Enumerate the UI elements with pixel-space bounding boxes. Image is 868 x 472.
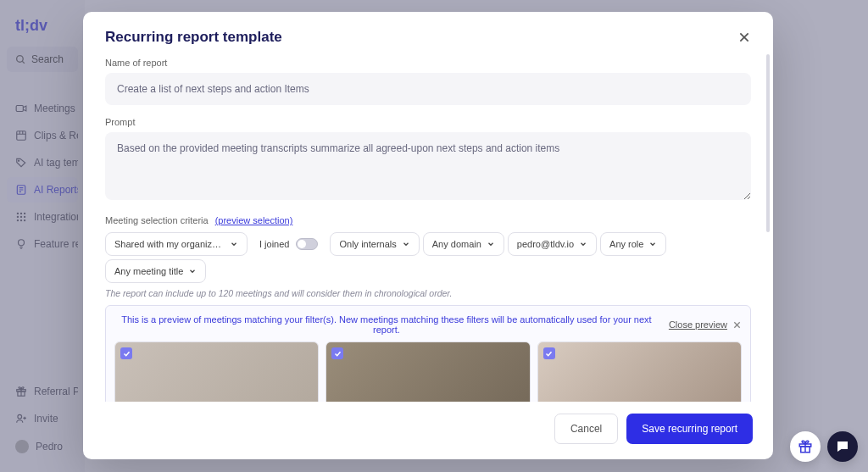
filter-any-role[interactable]: Any role (600, 232, 666, 256)
criteria-label: Meeting selection criteria (105, 215, 209, 225)
chevron-down-icon (487, 240, 495, 248)
chat-icon (835, 439, 850, 454)
chevron-down-icon (188, 267, 197, 275)
preview-banner-text: This is a preview of meetings matching y… (114, 314, 659, 335)
meeting-thumbnail (326, 342, 529, 402)
gift-fab[interactable] (790, 431, 821, 462)
close-modal-button[interactable] (737, 31, 751, 44)
filter-any-domain[interactable]: Any domain (423, 232, 504, 256)
chevron-down-icon (402, 240, 410, 248)
chevron-down-icon (579, 240, 587, 248)
gift-icon (798, 439, 813, 454)
chevron-down-icon (648, 240, 657, 248)
selected-check-icon[interactable] (120, 347, 132, 359)
filter-email[interactable]: pedro@tldv.io (508, 232, 597, 256)
filter-shared-with[interactable]: Shared with my organizati… (105, 232, 248, 256)
filter-only-internals[interactable]: Only internals (330, 232, 419, 256)
chevron-down-icon (230, 240, 238, 248)
preview-box: This is a preview of meetings matching y… (105, 305, 751, 402)
save-recurring-report-button[interactable]: Save recurring report (626, 414, 753, 444)
modal-title: Recurring report template (105, 29, 282, 46)
meeting-card[interactable]: Pedro x Raph Weekly Catch-Up 03/21/2024 … (326, 342, 530, 402)
criteria-helper-text: The report can include up to 120 meeting… (105, 288, 751, 298)
scrollbar[interactable] (766, 54, 770, 232)
selected-check-icon[interactable] (331, 347, 343, 359)
close-preview-link[interactable]: Close preview (669, 319, 727, 330)
meeting-thumbnail (115, 342, 318, 402)
cancel-button[interactable]: Cancel (554, 414, 618, 444)
filter-any-title[interactable]: Any meeting title (105, 259, 206, 283)
filter-joined-toggle[interactable]: I joined (251, 232, 326, 256)
chat-fab[interactable] (827, 431, 858, 462)
recurring-report-modal: Recurring report template Name of report… (83, 12, 773, 459)
meeting-card[interactable]: Creators' Hangout 03/18/2024 47 mins (537, 342, 742, 402)
preview-selection-link[interactable]: (preview selection) (215, 215, 293, 225)
selected-check-icon[interactable] (543, 347, 555, 359)
prompt-textarea[interactable] (105, 132, 751, 200)
prompt-label: Prompt (105, 117, 751, 127)
toggle-switch[interactable] (296, 238, 318, 250)
name-label: Name of report (105, 58, 751, 68)
meeting-card[interactable]: Creators' Hangout 03/25/2024 1h 5 (114, 342, 319, 402)
close-icon[interactable] (732, 320, 742, 330)
meeting-thumbnail (538, 342, 741, 402)
report-name-input[interactable] (105, 73, 751, 105)
